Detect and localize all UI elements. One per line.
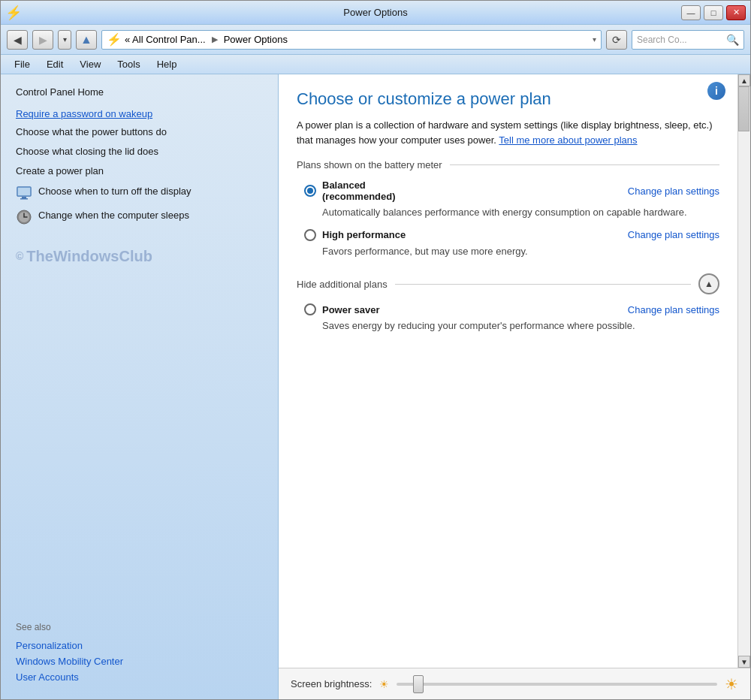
- svg-rect-1: [17, 187, 31, 196]
- address-path[interactable]: ⚡ « All Control Pan... ▶ Power Options ▾: [101, 30, 602, 50]
- maximize-button[interactable]: □: [704, 5, 723, 20]
- radio-high-performance[interactable]: [304, 229, 316, 241]
- hide-plans-label: Hide additional plans: [297, 279, 388, 290]
- sidebar-control-panel-home[interactable]: Control Panel Home: [16, 86, 263, 98]
- hide-plans-header: Hide additional plans ▲: [297, 273, 719, 294]
- address-bar: ◀ ▶ ▾ ▲ ⚡ « All Control Pan... ▶ Power O…: [1, 25, 750, 55]
- change-plan-balanced-link[interactable]: Change plan settings: [628, 186, 719, 197]
- menu-tools[interactable]: Tools: [110, 56, 147, 72]
- collapse-plans-button[interactable]: ▲: [698, 273, 719, 294]
- svg-rect-3: [20, 198, 28, 200]
- scroll-down-arrow[interactable]: ▼: [738, 656, 750, 668]
- plan-power-saver-row: Power saver Change plan settings: [304, 303, 719, 315]
- scrollbar-thumb-area: [738, 86, 750, 656]
- radio-power-saver[interactable]: [304, 303, 316, 315]
- sidebar-item-turn-off-display-wrapper[interactable]: Choose when to turn off the display: [16, 185, 263, 201]
- info-icon[interactable]: i: [707, 82, 725, 100]
- scroll-up-arrow[interactable]: ▲: [738, 74, 750, 86]
- main-scroll: i Choose or customize a power plan A pow…: [279, 74, 737, 668]
- watermark-text: TheWindowsClub: [26, 248, 152, 265]
- forward-button[interactable]: ▶: [32, 30, 53, 50]
- menu-edit[interactable]: Edit: [39, 56, 71, 72]
- path-icon: ⚡: [107, 32, 122, 47]
- menu-bar: File Edit View Tools Help: [1, 55, 750, 74]
- plan-high-performance-desc: Favors performance, but may use more ene…: [322, 244, 719, 259]
- minimize-button[interactable]: —: [681, 5, 701, 20]
- sidebar-link-require-password[interactable]: Require a password on wakeup: [16, 108, 263, 119]
- plan-high-performance-name: High performance: [322, 229, 406, 240]
- main-content: i Choose or customize a power plan A pow…: [279, 74, 750, 699]
- search-icon[interactable]: 🔍: [726, 34, 739, 46]
- window-title: Power Options: [343, 7, 407, 18]
- svg-rect-2: [22, 197, 26, 198]
- path-separator: ▶: [212, 35, 218, 44]
- sidebar-item-computer-sleeps: Change when the computer sleeps: [38, 209, 189, 222]
- search-placeholder: Search Co...: [637, 35, 723, 45]
- sidebar-item-turn-off-display: Choose when to turn off the display: [38, 185, 192, 198]
- sidebar-item-computer-sleeps-wrapper[interactable]: Change when the computer sleeps: [16, 209, 263, 225]
- title-bar-left: ⚡: [5, 5, 22, 21]
- scrollbar: ▲ ▼: [737, 74, 750, 668]
- path-text: « All Control Pan...: [125, 34, 206, 45]
- slider-thumb[interactable]: [413, 675, 424, 693]
- page-description: A power plan is a collection of hardware…: [297, 118, 719, 147]
- menu-help[interactable]: Help: [149, 56, 185, 72]
- path-dropdown[interactable]: ▾: [593, 35, 596, 44]
- hide-plans-divider: [395, 284, 691, 285]
- hide-plans-section: Hide additional plans ▲ Power saver Chan…: [297, 273, 719, 333]
- scrollbar-thumb[interactable]: [738, 86, 749, 131]
- sidebar: Control Panel Home Require a password on…: [1, 74, 279, 699]
- see-also-user-accounts[interactable]: User Accounts: [16, 671, 263, 683]
- plan-high-performance-row: High performance Change plan settings: [304, 229, 719, 241]
- menu-view[interactable]: View: [72, 56, 108, 72]
- see-also-label: See also: [16, 622, 263, 632]
- sidebar-item-power-buttons[interactable]: Choose what the power buttons do: [16, 125, 263, 139]
- search-box[interactable]: Search Co... 🔍: [632, 30, 744, 50]
- tell-me-more-link[interactable]: Tell me more about power plans: [499, 134, 637, 146]
- radio-balanced[interactable]: [304, 185, 316, 197]
- plan-balanced-desc: Automatically balances performance with …: [322, 205, 719, 220]
- title-bar: ⚡ Power Options — □ ✕: [1, 1, 750, 25]
- plan-power-saver-desc: Saves energy by reducing your computer's…: [322, 318, 719, 333]
- close-button[interactable]: ✕: [726, 5, 746, 20]
- page-title: Choose or customize a power plan: [297, 89, 719, 109]
- see-also-mobility-center[interactable]: Windows Mobility Center: [16, 656, 263, 667]
- brightness-slider[interactable]: [397, 683, 717, 686]
- brightness-low-icon: ☀: [379, 678, 389, 690]
- plan-high-performance: High performance Change plan settings Fa…: [304, 229, 719, 259]
- plan-power-saver-name: Power saver: [322, 304, 380, 315]
- sleep-icon: [16, 209, 32, 225]
- brightness-high-icon: ☀: [725, 675, 738, 693]
- monitor-icon: [16, 185, 32, 201]
- window: ⚡ Power Options — □ ✕ ◀ ▶ ▾ ▲ ⚡ « All Co…: [0, 0, 751, 700]
- path-current: Power Options: [224, 34, 288, 45]
- window-controls: — □ ✕: [681, 5, 746, 20]
- plan-power-saver: Power saver Change plan settings Saves e…: [304, 303, 719, 333]
- change-plan-power-saver-link[interactable]: Change plan settings: [628, 304, 719, 315]
- plan-balanced-name: Balanced (recommended): [322, 180, 396, 202]
- main-with-scroll: i Choose or customize a power plan A pow…: [279, 74, 750, 668]
- radio-dot-balanced: [307, 188, 313, 194]
- back-button[interactable]: ◀: [7, 30, 28, 50]
- history-dropdown[interactable]: ▾: [58, 30, 71, 50]
- plan-balanced-row: Balanced (recommended) Change plan setti…: [304, 180, 719, 202]
- menu-file[interactable]: File: [7, 56, 38, 72]
- sidebar-item-lid-action[interactable]: Choose what closing the lid does: [16, 145, 263, 158]
- content-area: Control Panel Home Require a password on…: [1, 74, 750, 699]
- brightness-bar: Screen brightness: ☀ ☀: [279, 668, 750, 699]
- plan-balanced: Balanced (recommended) Change plan setti…: [304, 180, 719, 220]
- battery-meter-label: Plans shown on the battery meter: [297, 159, 442, 170]
- sidebar-item-create-plan[interactable]: Create a power plan: [16, 164, 263, 178]
- up-button[interactable]: ▲: [76, 30, 97, 50]
- window-icon: ⚡: [5, 5, 22, 21]
- refresh-button[interactable]: ⟳: [606, 30, 627, 50]
- see-also-personalization[interactable]: Personalization: [16, 640, 263, 651]
- watermark: © TheWindowsClub: [16, 248, 263, 265]
- battery-meter-section-header: Plans shown on the battery meter: [297, 159, 719, 170]
- brightness-label: Screen brightness:: [291, 678, 372, 689]
- section-divider: [450, 164, 719, 165]
- change-plan-high-performance-link[interactable]: Change plan settings: [628, 229, 719, 240]
